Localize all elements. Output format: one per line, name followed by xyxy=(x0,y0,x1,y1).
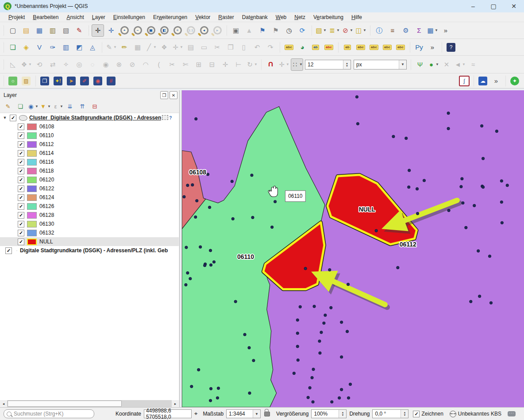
select-by-location-button[interactable]: ◫▼ xyxy=(354,24,367,37)
zoom-last-button[interactable]: ◂ xyxy=(198,24,210,37)
menu-layer[interactable]: Layer xyxy=(88,13,109,21)
enable-snapping-button[interactable]: U xyxy=(264,58,277,71)
legend-item-06112[interactable]: ✓06112 xyxy=(0,140,179,149)
legend-item-06130[interactable]: ✓06130 xyxy=(0,220,179,228)
legend-checkbox[interactable]: ✓ xyxy=(18,132,24,139)
legend-item-null[interactable]: ✓NULL xyxy=(0,237,179,246)
self-snapping-button[interactable]: ∷▼ xyxy=(291,58,303,71)
zoom-to-layer-button[interactable]: ≡ xyxy=(171,24,184,37)
collapse-all-button[interactable]: ⇈ xyxy=(77,101,88,112)
layer-name[interactable]: Cluster_Digitale Stadtgrundkarte (DSGK) … xyxy=(29,115,161,121)
zoom-out-button[interactable]: − xyxy=(131,24,144,37)
attribute-table-button[interactable]: ▦▼ xyxy=(426,24,439,37)
maximize-button[interactable]: ▢ xyxy=(483,0,504,12)
legend-item-06124[interactable]: ✓06124 xyxy=(0,193,179,202)
save-project-button[interactable]: ▦ xyxy=(33,24,46,37)
layer-row-dsgk[interactable]: ✓ · Digitale Stadtgrundkarte (DSGK) - Ad… xyxy=(0,246,179,255)
scrollbar-thumb[interactable] xyxy=(8,401,122,407)
legend-item-06132[interactable]: ✓06132 xyxy=(0,228,179,237)
messages-icon[interactable] xyxy=(508,411,516,416)
open-project-button[interactable]: ▤ xyxy=(20,24,32,37)
scale-combobox[interactable]: 1:3464 ▼ xyxy=(226,409,261,418)
temporal-controller-button[interactable]: ◷ xyxy=(283,24,295,37)
legend-checkbox[interactable]: ✓ xyxy=(18,185,24,192)
legend-item-06108[interactable]: ✓06108 xyxy=(0,122,179,131)
pan-to-selection-button[interactable]: ✛ xyxy=(105,24,117,37)
coordinate-input[interactable]: 4498988,6 5705518,0 xyxy=(144,409,192,418)
legend-checkbox[interactable]: ✓ xyxy=(18,123,24,130)
new-temporary-scratch-layer-button[interactable]: ▥ xyxy=(60,41,72,54)
lock-scale-icon[interactable] xyxy=(264,412,270,416)
new-shapefile-layer-button[interactable]: V xyxy=(33,41,46,54)
avoid-overlap-button[interactable]: ●▼ xyxy=(427,58,439,71)
plugin-fox-tool-button[interactable]: ➤ xyxy=(65,75,77,87)
legend-checkbox[interactable]: ✓ xyxy=(18,212,24,219)
map-svg[interactable]: 0610806110NULL0611206110 xyxy=(182,90,524,407)
zoom-full-button[interactable]: ▣ xyxy=(145,24,157,37)
legend-checkbox[interactable]: ✓ xyxy=(18,221,24,227)
snapping-tolerance[interactable]: 12▲▼ xyxy=(305,60,351,69)
legend-item-06128[interactable]: ✓06128 xyxy=(0,211,179,220)
menu-bearbeiten[interactable]: Bearbeiten xyxy=(29,13,62,21)
legend-checkbox[interactable]: ✓ xyxy=(18,168,24,174)
zoom-in-button[interactable]: + xyxy=(118,24,131,37)
legend-item-06122[interactable]: ✓06122 xyxy=(0,184,179,193)
menu-einstellungen[interactable]: Einstellungen xyxy=(109,13,149,21)
field-calculator-button[interactable]: ≡ xyxy=(386,24,399,37)
legend-checkbox[interactable]: ✓ xyxy=(18,230,24,236)
plugin-hashtag-button[interactable]: # xyxy=(105,75,117,87)
legend-item-06118[interactable]: ✓06118 xyxy=(0,166,179,175)
scroll-right-button[interactable]: ▸ xyxy=(172,400,179,407)
new-project-button[interactable]: ▢ xyxy=(7,24,19,37)
enable-tracing-button[interactable]: Ψ xyxy=(414,58,426,71)
legend-checkbox[interactable]: ✓ xyxy=(18,159,24,166)
stepper-buttons[interactable]: ▲▼ xyxy=(343,60,351,69)
processing-toolbox-button[interactable]: ⚙ xyxy=(400,24,412,37)
new-geopackage-layer-button[interactable]: ◈ xyxy=(20,41,32,54)
toggle-editing-button[interactable]: ✏ xyxy=(118,41,131,54)
layer-checkbox[interactable]: ✓ xyxy=(10,115,16,121)
plugin-share-button[interactable]: ✦ xyxy=(509,75,521,87)
legend-checkbox[interactable]: ✓ xyxy=(18,194,24,201)
new-spatialite-layer-button[interactable]: ✑ xyxy=(46,41,59,54)
panel-close-button[interactable]: ✕ xyxy=(170,91,177,99)
statistical-summary-button[interactable]: Σ xyxy=(413,24,425,37)
move-label-button[interactable]: abc xyxy=(368,41,380,54)
remove-layer-button[interactable]: ⊟ xyxy=(89,101,100,112)
python-console-button[interactable]: Py xyxy=(413,41,425,54)
plugin-spline-button[interactable]: ∫ xyxy=(458,75,470,87)
plugin-overlap-analysis-button[interactable]: ◉ xyxy=(92,75,104,87)
legend-checkbox[interactable]: ✓ xyxy=(18,203,24,210)
toolbar-overflow-button[interactable]: » xyxy=(439,24,452,37)
magnifier-spinbox[interactable]: 100% ▲▼ xyxy=(311,409,347,418)
scroll-left-button[interactable]: ◂ xyxy=(0,400,7,407)
globe-crs-icon[interactable] xyxy=(450,411,456,417)
diagram-options-button[interactable]: ◕ xyxy=(296,41,308,54)
plugin-cloud-lock-button[interactable]: ☁ xyxy=(477,75,489,87)
new-mesh-layer-button[interactable]: ◩ xyxy=(73,41,85,54)
menu-projekt[interactable]: Projekt xyxy=(4,13,29,21)
pin-labels-button[interactable]: ab xyxy=(309,41,322,54)
select-features-button[interactable]: ▧▼ xyxy=(315,24,327,37)
legend-checkbox[interactable]: ✓ xyxy=(18,141,24,148)
osm-place-search-button[interactable]: ○ xyxy=(7,75,19,87)
expander-icon[interactable]: ▼ xyxy=(2,116,8,120)
add-group-button[interactable]: ❏ xyxy=(15,101,26,112)
stepper-buttons[interactable]: ▲▼ xyxy=(401,410,408,418)
menu-hilfe[interactable]: Hilfe xyxy=(347,13,366,21)
plugin-star-warning-button[interactable]: ✦! xyxy=(52,75,64,87)
toolbar-overflow-3-button[interactable]: » xyxy=(490,75,502,87)
quickmapservices-button[interactable]: ▨ xyxy=(20,75,32,87)
mouse-extent-icon[interactable]: ⌖ xyxy=(194,410,197,417)
snapping-units[interactable]: px▼ xyxy=(354,60,407,69)
menu-raster[interactable]: Raster xyxy=(214,13,238,21)
menu-ansicht[interactable]: Ansicht xyxy=(62,13,88,21)
legend-item-06110[interactable]: ✓06110 xyxy=(0,131,179,140)
panel-float-button[interactable]: ❐ xyxy=(160,91,168,99)
refresh-map-button[interactable]: ⟳ xyxy=(296,24,308,37)
search-input[interactable]: Suchmuster (Strg+K) xyxy=(4,409,94,418)
show-hide-labels-button[interactable]: abc xyxy=(354,41,367,54)
menu-erweiterungen[interactable]: Erweiterungen xyxy=(149,13,191,21)
legend-item-06126[interactable]: ✓06126 xyxy=(0,202,179,211)
menu-datenbank[interactable]: Datenbank xyxy=(238,13,272,21)
